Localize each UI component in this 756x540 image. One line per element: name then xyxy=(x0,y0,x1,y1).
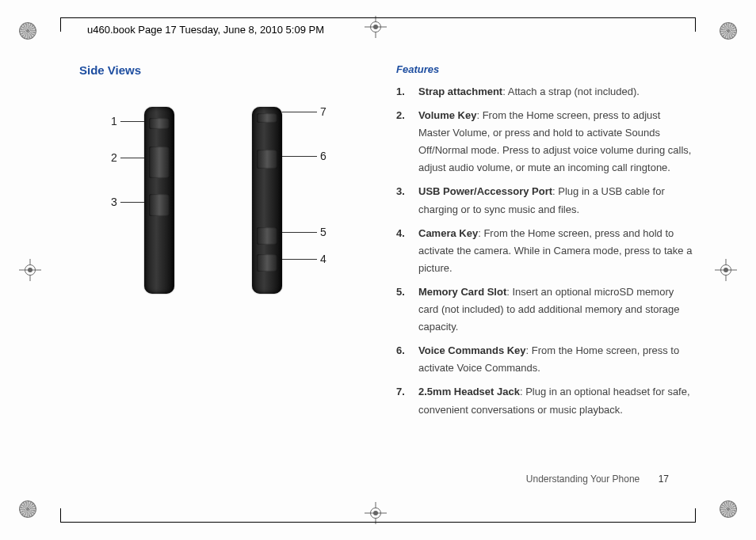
phone-left-side-icon xyxy=(144,107,174,294)
callout-number: 2 xyxy=(111,151,117,164)
feature-item: Volume Key: From the Home screen, press … xyxy=(396,107,693,177)
feature-item: USB Power/Accessory Port: Plug in a USB … xyxy=(396,183,693,218)
heading-features: Features xyxy=(396,63,693,75)
callout-line xyxy=(120,121,144,122)
registration-mark-icon xyxy=(715,259,737,281)
callout-number: 3 xyxy=(111,196,117,208)
feature-term: 2.5mm Headset Jack xyxy=(418,386,520,397)
features-list: Strap attachment: Attach a strap (not in… xyxy=(396,83,693,419)
callout-line xyxy=(282,259,317,260)
feature-term: Strap attachment xyxy=(418,86,502,97)
feature-item: Voice Commands Key: From the Home screen… xyxy=(396,342,693,377)
page-footer: Understanding Your Phone 17 xyxy=(526,473,669,485)
feature-term: Voice Commands Key xyxy=(418,344,526,356)
feature-term: USB Power/Accessory Port xyxy=(418,185,552,197)
crop-mark-icon xyxy=(19,500,36,518)
crop-mark-icon xyxy=(720,22,737,40)
phone-button xyxy=(257,227,277,245)
phone-button xyxy=(149,118,170,129)
callout-number: 7 xyxy=(320,105,326,118)
callout-line xyxy=(282,112,317,112)
feature-desc: : Attach a strap (not included). xyxy=(502,86,640,97)
feature-item: Memory Card Slot: Insert an optional mic… xyxy=(396,283,693,336)
phone-button xyxy=(257,150,277,169)
phone-button xyxy=(149,146,170,178)
callout-line xyxy=(120,202,144,203)
document-header-label: u460.book Page 17 Tuesday, June 8, 2010 … xyxy=(84,24,327,36)
callout-number: 6 xyxy=(320,150,326,162)
callout-line xyxy=(120,158,144,158)
callout-line xyxy=(282,232,317,233)
footer-section: Understanding Your Phone xyxy=(526,473,640,485)
callout-number: 1 xyxy=(111,115,117,127)
crop-mark-icon xyxy=(19,22,36,40)
phone-diagram: 1 2 3 7 6 5 4 xyxy=(79,91,365,329)
callout-number: 4 xyxy=(320,253,326,265)
column-features: Features Strap attachment: Attach a stra… xyxy=(396,63,693,477)
page-frame-bottom xyxy=(60,508,696,523)
column-side-views: Side Views 1 2 3 7 xyxy=(79,63,365,477)
phone-button xyxy=(149,194,170,216)
feature-item: Strap attachment: Attach a strap (not in… xyxy=(396,83,693,101)
crop-mark-icon xyxy=(720,500,737,518)
heading-side-views: Side Views xyxy=(79,63,365,77)
feature-item: 2.5mm Headset Jack: Plug in an optional … xyxy=(396,383,693,418)
phone-button xyxy=(257,113,277,123)
feature-term: Volume Key xyxy=(418,109,476,121)
page-content: Side Views 1 2 3 7 xyxy=(79,63,693,477)
callout-line xyxy=(282,156,317,157)
feature-item: Camera Key: From the Home screen, press … xyxy=(396,225,693,277)
phone-button xyxy=(257,254,277,272)
feature-term: Camera Key xyxy=(418,227,478,239)
phone-right-side-icon xyxy=(252,107,282,294)
footer-page-number: 17 xyxy=(659,473,669,485)
callout-number: 5 xyxy=(320,226,326,238)
registration-mark-icon xyxy=(19,259,41,281)
feature-term: Memory Card Slot xyxy=(418,286,506,298)
